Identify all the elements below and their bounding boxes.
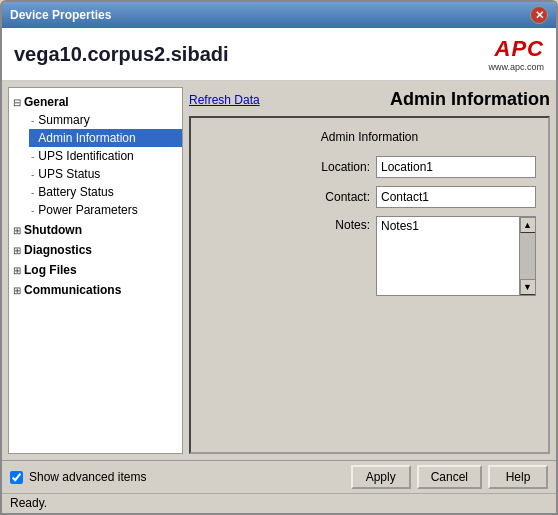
apc-url: www.apc.com — [488, 62, 544, 72]
tree-group-communications: ⊞ Communications — [9, 280, 182, 300]
tree-group-log-files: ⊞ Log Files — [9, 260, 182, 280]
advanced-items-checkbox[interactable] — [10, 471, 23, 484]
device-properties-window: Device Properties ✕ vega10.corpus2.sibad… — [0, 0, 558, 515]
tree-group-shutdown: ⊞ Shutdown — [9, 220, 182, 240]
tree-group-label-shutdown: Shutdown — [24, 223, 82, 237]
title-bar: Device Properties ✕ — [2, 2, 556, 28]
notes-row: Notes: Notes1 ▲ ▼ — [203, 216, 536, 296]
contact-input[interactable] — [376, 186, 536, 208]
notes-label: Notes: — [310, 218, 370, 232]
location-row: Location: — [203, 156, 536, 178]
sidebar-item-power-parameters[interactable]: - Power Parameters — [29, 201, 182, 219]
tree-group-header-shutdown[interactable]: ⊞ Shutdown — [9, 221, 182, 239]
window-title: Device Properties — [10, 8, 111, 22]
apc-logo-text: APC — [495, 36, 544, 62]
notes-container: Notes1 ▲ ▼ — [376, 216, 536, 296]
scroll-down-button[interactable]: ▼ — [520, 279, 536, 295]
advanced-items-label: Show advanced items — [29, 470, 146, 484]
device-title: vega10.corpus2.sibadi — [14, 43, 229, 66]
form-panel: Admin Information Location: Contact: Not… — [189, 116, 550, 454]
notes-textarea[interactable]: Notes1 — [377, 217, 519, 295]
expand-icon-general: ⊟ — [13, 97, 21, 108]
cancel-button[interactable]: Cancel — [417, 465, 482, 489]
tree-group-general: ⊟ General - Summary - Admin Information … — [9, 92, 182, 220]
tree-group-label-communications: Communications — [24, 283, 121, 297]
apply-button[interactable]: Apply — [351, 465, 411, 489]
apc-logo: APC www.apc.com — [488, 36, 544, 72]
expand-icon-communications: ⊞ — [13, 285, 21, 296]
tree-group-label-log-files: Log Files — [24, 263, 77, 277]
panel-title: Admin Information — [390, 89, 550, 110]
form-panel-title: Admin Information — [321, 130, 418, 144]
sidebar-item-summary[interactable]: - Summary — [29, 111, 182, 129]
tree-group-header-log-files[interactable]: ⊞ Log Files — [9, 261, 182, 279]
expand-icon-shutdown: ⊞ — [13, 225, 21, 236]
status-bar: Ready. — [2, 493, 556, 513]
contact-row: Contact: — [203, 186, 536, 208]
checkbox-container: Show advanced items — [10, 470, 351, 484]
tree-group-header-diagnostics[interactable]: ⊞ Diagnostics — [9, 241, 182, 259]
scroll-up-button[interactable]: ▲ — [520, 217, 536, 233]
location-label: Location: — [310, 160, 370, 174]
scroll-track — [520, 233, 535, 279]
sidebar-item-ups-status[interactable]: - UPS Status — [29, 165, 182, 183]
tree-group-header-general[interactable]: ⊟ General — [9, 93, 182, 111]
expand-icon-log-files: ⊞ — [13, 265, 21, 276]
panel-header: Refresh Data Admin Information — [189, 87, 550, 112]
status-text: Ready. — [10, 496, 47, 510]
sidebar-item-admin-information[interactable]: - Admin Information — [29, 129, 182, 147]
help-button[interactable]: Help — [488, 465, 548, 489]
expand-icon-diagnostics: ⊞ — [13, 245, 21, 256]
right-panel: Refresh Data Admin Information Admin Inf… — [189, 87, 550, 454]
sidebar-item-battery-status[interactable]: - Battery Status — [29, 183, 182, 201]
tree-group-label-general: General — [24, 95, 69, 109]
sidebar: ⊟ General - Summary - Admin Information … — [8, 87, 183, 454]
notes-scrollbar: ▲ ▼ — [519, 217, 535, 295]
tree-group-header-communications[interactable]: ⊞ Communications — [9, 281, 182, 299]
refresh-link[interactable]: Refresh Data — [189, 93, 260, 107]
header-section: vega10.corpus2.sibadi APC www.apc.com — [2, 28, 556, 81]
contact-label: Contact: — [310, 190, 370, 204]
tree-group-label-diagnostics: Diagnostics — [24, 243, 92, 257]
button-group: Apply Cancel Help — [351, 465, 548, 489]
tree-children-general: - Summary - Admin Information - UPS Iden… — [9, 111, 182, 219]
sidebar-item-ups-identification[interactable]: - UPS Identification — [29, 147, 182, 165]
tree-group-diagnostics: ⊞ Diagnostics — [9, 240, 182, 260]
main-content: ⊟ General - Summary - Admin Information … — [2, 81, 556, 460]
location-input[interactable] — [376, 156, 536, 178]
footer-bar: Show advanced items Apply Cancel Help — [2, 460, 556, 493]
close-button[interactable]: ✕ — [530, 6, 548, 24]
